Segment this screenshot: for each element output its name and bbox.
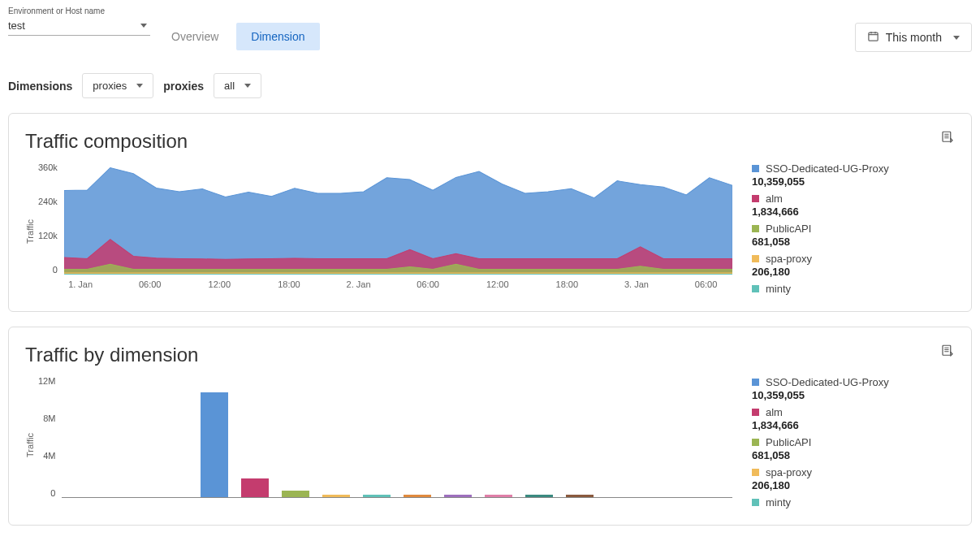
legend-swatch (752, 409, 759, 416)
env-label: Environment or Host name (8, 6, 150, 15)
panel-title: Traffic by dimension (25, 344, 955, 366)
legend-value: 10,359,055 (752, 389, 955, 401)
chevron-down-icon (244, 84, 251, 88)
legend-swatch (752, 379, 759, 386)
bar[interactable] (322, 495, 350, 497)
panel-menu-button[interactable] (940, 344, 955, 361)
legend-swatch (752, 255, 759, 262)
legend-item[interactable]: PublicAPI681,058 (752, 436, 955, 461)
legend-value: 10,359,055 (752, 175, 955, 188)
legend-name: spa-proxy (766, 253, 812, 265)
legend-name: PublicAPI (766, 223, 811, 235)
legend-name: alm (766, 193, 783, 205)
bar[interactable] (566, 495, 594, 497)
legend-swatch (752, 439, 759, 446)
legend-value: 1,834,666 (752, 419, 955, 431)
proxies-select[interactable]: all (214, 73, 261, 98)
legend-name: spa-proxy (766, 466, 812, 478)
time-range-picker[interactable]: This month (855, 23, 972, 52)
legend-item[interactable]: spa-proxy206,180 (752, 466, 955, 491)
legend-item[interactable]: minty (752, 496, 955, 509)
area-chart[interactable] (64, 162, 732, 275)
bar[interactable] (404, 495, 431, 497)
panel-title: Traffic composition (25, 130, 955, 153)
legend-value: 206,180 (752, 266, 955, 278)
legend-swatch (752, 499, 759, 506)
legend-item[interactable]: SSO-Dedicated-UG-Proxy10,359,055 (752, 162, 955, 188)
chevron-down-icon (953, 36, 960, 40)
svg-rect-1 (943, 132, 951, 141)
bar[interactable] (241, 478, 269, 497)
svg-rect-0 (869, 32, 878, 41)
legend-swatch (752, 195, 759, 202)
legend: SSO-Dedicated-UG-Proxy10,359,055alm1,834… (752, 376, 955, 513)
legend-item[interactable]: SSO-Dedicated-UG-Proxy10,359,055 (752, 376, 955, 401)
legend-item[interactable]: alm1,834,666 (752, 406, 955, 431)
legend-name: SSO-Dedicated-UG-Proxy (766, 162, 889, 175)
legend-swatch (752, 165, 759, 172)
x-axis-ticks: 1. Jan06:0012:0018:002. Jan06:0012:0018:… (74, 279, 732, 292)
legend-item[interactable]: PublicAPI681,058 (752, 223, 955, 248)
legend-swatch (752, 285, 759, 292)
bar[interactable] (525, 495, 553, 497)
legend-value: 1,834,666 (752, 206, 955, 218)
proxies-value: all (224, 80, 235, 92)
y-axis-ticks: 12M8M4M0 (38, 376, 62, 498)
legend-swatch (752, 469, 759, 476)
legend-name: minty (766, 283, 791, 295)
calendar-icon (867, 30, 879, 45)
legend-value: 681,058 (752, 449, 955, 461)
panel-traffic-composition: Traffic composition Traffic 360k240k120k… (8, 113, 972, 312)
chevron-down-icon (136, 84, 143, 88)
dimensions-value: proxies (93, 80, 127, 92)
bar-chart[interactable] (62, 376, 732, 498)
svg-rect-3 (943, 345, 951, 355)
legend-name: PublicAPI (766, 436, 811, 448)
y-axis-title: Traffic (25, 433, 35, 457)
tab-overview[interactable]: Overview (157, 23, 233, 50)
y-axis-title: Traffic (25, 219, 35, 244)
legend-name: SSO-Dedicated-UG-Proxy (766, 376, 889, 388)
env-select[interactable]: test (8, 18, 150, 36)
dimensions-select[interactable]: proxies (82, 73, 153, 98)
bar[interactable] (444, 495, 472, 497)
bar[interactable] (201, 392, 228, 497)
legend-item[interactable]: minty (752, 283, 955, 295)
proxies-label: proxies (163, 80, 204, 93)
chevron-down-icon (140, 24, 147, 28)
panel-traffic-by-dimension: Traffic by dimension Traffic 12M8M4M0 SS… (8, 327, 972, 526)
legend-name: minty (766, 496, 791, 509)
bar[interactable] (363, 495, 391, 497)
env-value: test (8, 19, 25, 32)
legend-item[interactable]: alm1,834,666 (752, 193, 955, 218)
time-range-label: This month (886, 31, 942, 44)
legend-item[interactable]: spa-proxy206,180 (752, 253, 955, 278)
legend: SSO-Dedicated-UG-Proxy10,359,055alm1,834… (752, 162, 955, 300)
y-axis-ticks: 360k240k120k0 (38, 162, 64, 275)
legend-swatch (752, 225, 759, 232)
legend-value: 206,180 (752, 479, 955, 491)
dimensions-label: Dimensions (8, 80, 72, 93)
legend-name: alm (766, 406, 783, 418)
tab-dimension[interactable]: Dimension (236, 23, 319, 50)
bar[interactable] (282, 491, 309, 497)
legend-value: 681,058 (752, 236, 955, 248)
bar[interactable] (485, 495, 512, 497)
panel-menu-button[interactable] (940, 130, 955, 147)
